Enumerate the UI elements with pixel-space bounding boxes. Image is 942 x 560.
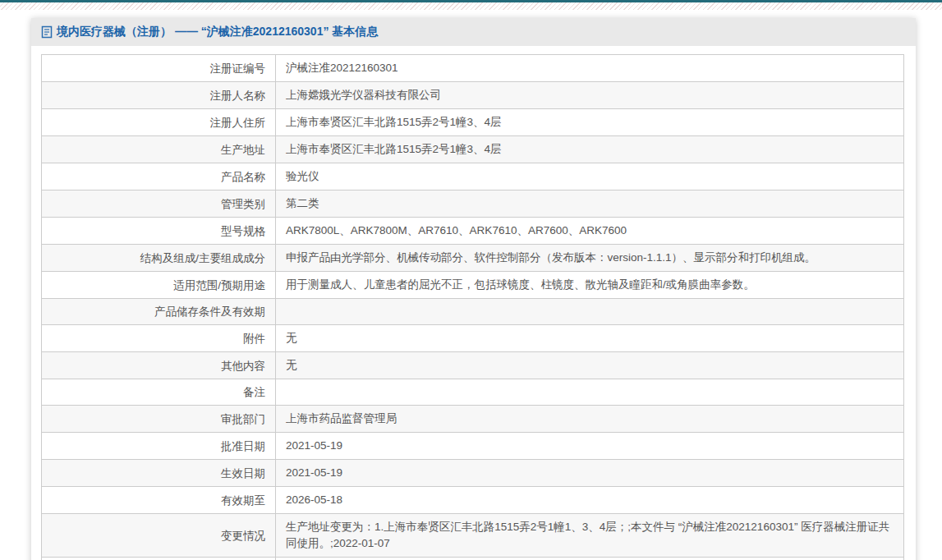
field-label: 型号规格 bbox=[42, 218, 276, 245]
field-value: 详情 bbox=[276, 558, 904, 560]
title-bar: 境内医疗器械（注册） —— “沪械注准20212160301” 基本信息 bbox=[31, 18, 916, 46]
field-label: 注册人住所 bbox=[42, 109, 276, 136]
table-row: 生产地址 上海市奉贤区汇丰北路1515弄2号1幢3、4层 bbox=[42, 136, 904, 163]
field-value: 上海嫦娥光学仪器科技有限公司 bbox=[276, 82, 904, 109]
field-value: 2021-05-19 bbox=[276, 433, 904, 460]
field-label: 批准日期 bbox=[42, 433, 276, 460]
table-row: 变更情况 生产地址变更为：1.上海市奉贤区汇丰北路1515弄2号1幢1、3、4层… bbox=[42, 514, 904, 558]
table-row: 有效期至 2026-05-18 bbox=[42, 487, 904, 514]
table-row: 批准日期 2021-05-19 bbox=[42, 433, 904, 460]
field-label: 有效期至 bbox=[42, 487, 276, 514]
field-value: 无 bbox=[276, 325, 904, 352]
field-value: 沪械注准20212160301 bbox=[276, 55, 904, 82]
field-value: 生产地址变更为：1.上海市奉贤区汇丰北路1515弄2号1幢1、3、4层；;本文件… bbox=[276, 514, 904, 558]
field-label: 其他内容 bbox=[42, 352, 276, 379]
registration-info-table: 注册证编号 沪械注准20212160301 注册人名称 上海嫦娥光学仪器科技有限… bbox=[41, 54, 904, 560]
field-label: 结构及组成/主要组成成分 bbox=[42, 245, 276, 272]
field-label: 适用范围/预期用途 bbox=[42, 272, 276, 299]
field-label: 生效日期 bbox=[42, 460, 276, 487]
field-value: ARK7800L、ARK7800M、AR7610、ARK7610、AR7600、… bbox=[276, 218, 904, 245]
table-row: 附件 无 bbox=[42, 325, 904, 352]
field-value: 无 bbox=[276, 352, 904, 379]
field-label: 备注 bbox=[42, 379, 276, 406]
field-value: 申报产品由光学部分、机械传动部分、软件控制部分（发布版本：version-1.1… bbox=[276, 245, 904, 272]
table-row: 注册人名称 上海嫦娥光学仪器科技有限公司 bbox=[42, 82, 904, 109]
field-value: 2021-05-19 bbox=[276, 460, 904, 487]
table-row: 产品储存条件及有效期 bbox=[42, 299, 904, 325]
field-value: 上海市药品监督管理局 bbox=[276, 406, 904, 433]
field-label: 管理类别 bbox=[42, 190, 276, 218]
table-row: 型号规格 ARK7800L、ARK7800M、AR7610、ARK7610、AR… bbox=[42, 218, 904, 245]
table-row: 注 详情 bbox=[42, 558, 904, 560]
table-row: 适用范围/预期用途 用于测量成人、儿童患者的屈光不正，包括球镜度、柱镜度、散光轴… bbox=[42, 272, 904, 299]
table-row: 注册人住所 上海市奉贤区汇丰北路1515弄2号1幢3、4层 bbox=[42, 109, 904, 136]
field-label: 产品名称 bbox=[42, 163, 276, 190]
field-value: 验光仪 bbox=[276, 163, 904, 190]
field-label: 产品储存条件及有效期 bbox=[42, 299, 276, 325]
field-label: 注册证编号 bbox=[42, 55, 276, 82]
field-label: 注 bbox=[42, 558, 276, 560]
table-row: 其他内容 无 bbox=[42, 352, 904, 379]
field-value: 上海市奉贤区汇丰北路1515弄2号1幢3、4层 bbox=[276, 136, 904, 163]
table-row: 注册证编号 沪械注准20212160301 bbox=[42, 55, 904, 82]
page-title: 境内医疗器械（注册） —— “沪械注准20212160301” 基本信息 bbox=[57, 25, 378, 39]
table-row: 生效日期 2021-05-19 bbox=[42, 460, 904, 487]
document-icon bbox=[41, 25, 53, 39]
table-row: 管理类别 第二类 bbox=[42, 190, 904, 218]
field-value: 2026-05-18 bbox=[276, 487, 904, 514]
field-label: 附件 bbox=[42, 325, 276, 352]
table-body: 注册证编号 沪械注准20212160301 注册人名称 上海嫦娥光学仪器科技有限… bbox=[42, 55, 904, 560]
content-panel: 境内医疗器械（注册） —— “沪械注准20212160301” 基本信息 注册证… bbox=[31, 18, 916, 560]
field-value bbox=[276, 299, 904, 325]
field-value bbox=[276, 379, 904, 406]
hatch-decoration-strip bbox=[0, 2, 942, 10]
field-value: 用于测量成人、儿童患者的屈光不正，包括球镜度、柱镜度、散光轴及瞳距和/或角膜曲率… bbox=[276, 272, 904, 299]
table-row: 审批部门 上海市药品监督管理局 bbox=[42, 406, 904, 433]
field-value: 上海市奉贤区汇丰北路1515弄2号1幢3、4层 bbox=[276, 109, 904, 136]
table-row: 备注 bbox=[42, 379, 904, 406]
table-row: 结构及组成/主要组成成分 申报产品由光学部分、机械传动部分、软件控制部分（发布版… bbox=[42, 245, 904, 272]
table-row: 产品名称 验光仪 bbox=[42, 163, 904, 190]
field-label: 生产地址 bbox=[42, 136, 276, 163]
field-value: 第二类 bbox=[276, 190, 904, 218]
field-label: 注册人名称 bbox=[42, 82, 276, 109]
field-label: 审批部门 bbox=[42, 406, 276, 433]
field-label: 变更情况 bbox=[42, 514, 276, 558]
